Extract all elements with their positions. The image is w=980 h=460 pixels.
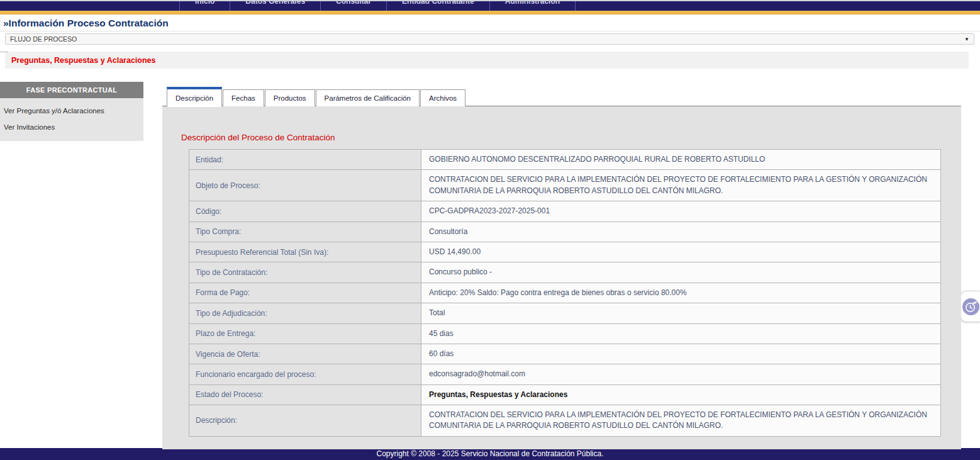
section-title: Descripción del Proceso de Contratación [181, 133, 940, 142]
row-label: Forma de Pago: [189, 283, 421, 303]
process-flow-select[interactable]: FLUJO DE PROCESO ▼ [5, 33, 974, 45]
chevron-down-icon: ▼ [964, 36, 969, 42]
tab-parametros-calificacion[interactable]: Parámetros de Calificación [316, 89, 420, 106]
flow-select-row: FLUJO DE PROCESO ▼ [5, 33, 974, 45]
table-row-objeto-proceso: Objeto de Proceso: CONTRATACION DEL SERV… [189, 170, 941, 201]
nav-item-consultar[interactable]: Consultar [321, 1, 387, 11]
process-flow-select-value: FLUJO DE PROCESO [10, 35, 77, 43]
winged-clock-icon [962, 298, 979, 315]
sidebar-item-ver-invitaciones[interactable]: Ver Invitaciones [0, 119, 143, 135]
main-nav-bar: Inicio Datos Generales Consultar Entidad… [0, 1, 980, 11]
process-details-table: Entidad: GOBIERNO AUTONOMO DESCENTRALIZA… [189, 149, 941, 437]
row-value: Total [421, 303, 940, 323]
row-label: Vigencia de Oferta: [189, 344, 421, 364]
row-label: Descripción: [189, 405, 421, 436]
content-area: FASE PRECONTRACTUAL Ver Preguntas y/ó Ac… [0, 69, 980, 460]
row-value: Concurso publico - [421, 262, 940, 282]
process-status-banner: Preguntas, Respuestas y Aclaraciones [5, 52, 969, 69]
row-label: Presupuesto Referencial Total (Sin Iva): [189, 242, 421, 262]
table-row-tipo-contratacion: Tipo de Contratación: Concurso publico - [189, 262, 941, 283]
table-row-forma-pago: Forma de Pago: Anticipo: 20% Saldo: Pago… [189, 283, 941, 303]
title-bar: »Información Proceso Contratación [0, 14, 980, 31]
sidebar-items: Ver Preguntas y/ó Aclaraciones Ver Invit… [0, 98, 143, 141]
footer-bar: Copyright © 2008 - 2025 Servicio Naciona… [0, 448, 980, 460]
main-panel-area: Descripción Fechas Productos Parámetros … [162, 69, 961, 460]
row-value-estado: Preguntas, Respuestas y Aclaraciones [421, 385, 940, 405]
nav-item-entidad-contratante[interactable]: Entidad Contratante [387, 1, 490, 11]
row-value: USD 14,490.00 [421, 242, 940, 262]
nav-item-administracion[interactable]: Administración [490, 1, 576, 11]
tab-fechas[interactable]: Fechas [223, 89, 264, 106]
sidebar-item-ver-preguntas[interactable]: Ver Preguntas y/ó Aclaraciones [0, 103, 143, 119]
row-value: 45 dias [421, 324, 940, 344]
tab-archivos[interactable]: Archivos [420, 89, 465, 106]
row-label: Código: [189, 201, 421, 221]
table-row-funcionario: Funcionario encargado del proceso: edcon… [189, 364, 941, 384]
description-panel: Descripción del Proceso de Contratación … [162, 106, 961, 449]
nav-item-inicio[interactable]: Inicio [179, 1, 230, 11]
table-row-estado-proceso: Estado del Proceso: Preguntas, Respuesta… [189, 385, 941, 405]
sidebar-header-fase-precontractual: FASE PRECONTRACTUAL [0, 82, 143, 98]
row-value: CONTRATACION DEL SERVICIO PARA LA IMPLEM… [421, 405, 940, 436]
table-row-entidad: Entidad: GOBIERNO AUTONOMO DESCENTRALIZA… [189, 150, 941, 170]
table-row-tipo-adjudicacion: Tipo de Adjudicación: Total [189, 303, 941, 323]
sidebar: FASE PRECONTRACTUAL Ver Preguntas y/ó Ac… [0, 82, 143, 141]
row-label: Estado del Proceso: [189, 385, 421, 405]
table-row-tipo-compra: Tipo Compra: Consultoría [189, 222, 941, 242]
row-label: Entidad: [189, 150, 421, 169]
copyright-text: Copyright © 2008 - 2025 Servicio Naciona… [376, 449, 603, 458]
row-value: CONTRATACION DEL SERVICIO PARA LA IMPLEM… [421, 170, 940, 201]
row-label: Plazo de Entrega: [189, 324, 421, 344]
row-label: Tipo Compra: [189, 222, 421, 242]
table-row-plazo-entrega: Plazo de Entrega: 45 dias [189, 324, 941, 344]
row-value: edconsagrado@hotmail.com [421, 364, 940, 384]
row-label: Tipo de Contratación: [189, 262, 421, 282]
table-row-descripcion: Descripción: CONTRATACION DEL SERVICIO P… [189, 405, 941, 437]
row-value: CPC-GADPRA2023-2027-2025-001 [421, 201, 940, 221]
table-row-vigencia-oferta: Vigencia de Oferta: 60 días [189, 344, 941, 364]
page-title: »Información Proceso Contratación [3, 18, 169, 28]
tab-productos[interactable]: Productos [265, 89, 315, 106]
history-widget-tab[interactable] [961, 291, 980, 322]
nav-menu: Inicio Datos Generales Consultar Entidad… [179, 1, 576, 11]
row-value: Consultoría [421, 222, 940, 242]
tab-descripcion[interactable]: Descripción [167, 87, 222, 107]
tab-bar: Descripción Fechas Productos Parámetros … [167, 87, 961, 106]
row-value: Anticipo: 20% Saldo: Pago contra entrega… [421, 283, 940, 303]
row-label: Funcionario encargado del proceso: [189, 364, 421, 384]
table-row-codigo: Código: CPC-GADPRA2023-2027-2025-001 [189, 201, 941, 222]
process-status-text: Preguntas, Respuestas y Aclaraciones [11, 56, 156, 65]
row-value: 60 días [421, 344, 940, 364]
row-label: Tipo de Adjudicación: [189, 303, 421, 323]
table-row-presupuesto: Presupuesto Referencial Total (Sin Iva):… [189, 242, 941, 262]
row-value: GOBIERNO AUTONOMO DESCENTRALIZADO PARROQ… [421, 150, 940, 169]
row-label: Objeto de Proceso: [189, 170, 421, 201]
nav-item-datos-generales[interactable]: Datos Generales [230, 1, 321, 11]
